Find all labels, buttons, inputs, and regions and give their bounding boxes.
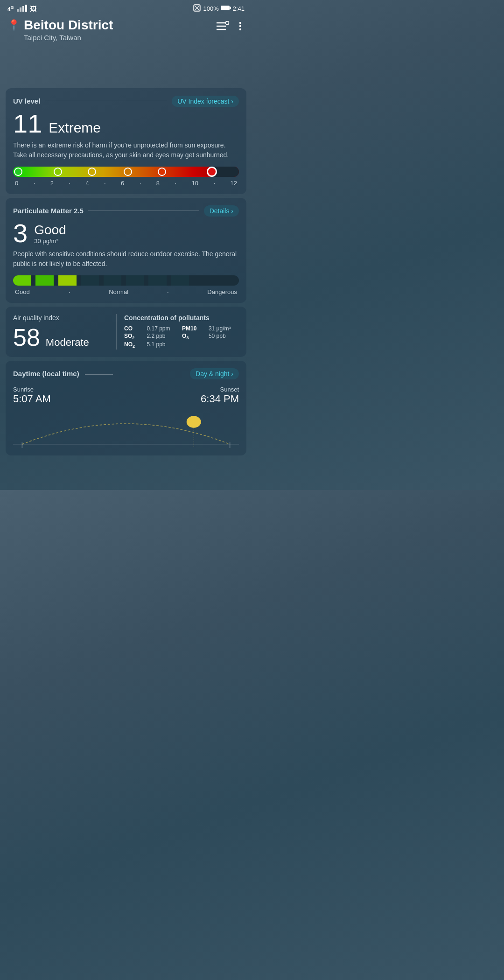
pm-seg-gap6 [144, 275, 149, 286]
pm-label-dot1: · [69, 288, 70, 295]
pm-seg-7 [148, 275, 167, 286]
concentration-grid: CO 0.17 ppm PM10 31 μg/m³ SO2 2.2 ppb O3… [124, 325, 239, 349]
network-icon: 4G [7, 5, 14, 13]
sun-arc-container [13, 411, 239, 448]
pm-seg-6 [126, 275, 144, 286]
city-name: Beitou District [24, 18, 113, 33]
no2-value: 5.1 ppb [147, 341, 179, 349]
location-list-icon[interactable] [216, 21, 229, 34]
svg-rect-3 [25, 5, 27, 12]
daytime-label: Daytime (local time) [13, 370, 117, 378]
pm-seg-end [189, 275, 216, 286]
clock: 2:41 [233, 5, 245, 12]
pm10-value: 31 μg/m³ [209, 325, 239, 332]
header: 📍 Beitou District Taipei City, Taiwan [0, 15, 252, 47]
daytime-header: Daytime (local time) Day & night [13, 368, 239, 379]
uv-section-label: UV level [13, 97, 40, 105]
svg-rect-16 [239, 28, 241, 30]
aqi-quality: Moderate [46, 336, 89, 349]
signal-bars-icon [17, 4, 27, 13]
aqi-section: Air quality index 58 Moderate Concentrat… [6, 307, 246, 357]
day-night-link[interactable]: Day & night [190, 368, 239, 379]
svg-rect-15 [239, 25, 241, 27]
co-label: CO [124, 325, 143, 332]
uv-slider-track [13, 167, 239, 177]
uv-scale-2: 2 [50, 180, 54, 187]
svg-rect-7 [221, 6, 230, 10]
pm-number: 3 [13, 220, 28, 246]
pm-seg-gap2 [54, 275, 58, 286]
uv-dot-5: · [175, 180, 176, 187]
o3-label: O3 [182, 333, 205, 340]
no2-label: NO2 [124, 341, 143, 349]
location-pin-icon: 📍 [7, 19, 20, 31]
aqi-right: Concentration of pollutants CO 0.17 ppm … [117, 314, 239, 350]
uv-marker-6 [124, 168, 132, 176]
pm-seg-8 [171, 275, 189, 286]
uv-marker-4 [88, 168, 96, 176]
status-left: 4G 🖼 [7, 4, 37, 13]
svg-rect-8 [230, 7, 231, 9]
uv-slider-thumb [207, 167, 217, 177]
aqi-left: Air quality index 58 Moderate [13, 314, 117, 350]
daytime-section: Daytime (local time) Day & night Sunrise… [6, 361, 246, 455]
uv-marker-8 [158, 168, 166, 176]
image-icon: 🖼 [30, 5, 37, 13]
pm-label-group: Good 30 μg/m³ [34, 223, 66, 246]
sunrise-label: Sunrise [13, 386, 51, 393]
uv-scale-10: 10 [192, 180, 198, 187]
uv-marker-0 [14, 168, 22, 176]
pm-section-label: Particulate Matter 2.5 [13, 207, 84, 215]
battery-percentage: 100% [203, 5, 218, 12]
uv-dot-4: · [140, 180, 141, 187]
sun-arc-svg [13, 411, 239, 448]
so2-label: SO2 [124, 333, 143, 340]
svg-rect-14 [239, 22, 241, 24]
more-options-icon[interactable] [236, 21, 245, 34]
sunset-block: Sunset 6:34 PM [201, 386, 239, 405]
status-bar: 4G 🖼 100% 2:41 [0, 0, 252, 15]
pm-bar-labels: Good · Normal · Dangerous [13, 288, 239, 295]
uv-forecast-link[interactable]: UV Index forecast [172, 96, 239, 107]
pm-details-link[interactable]: Details [204, 205, 239, 217]
region-name: Taipei City, Taiwan [24, 34, 113, 42]
sky-area [0, 47, 252, 84]
battery-icon [221, 5, 231, 12]
pm-seg-gap3 [77, 275, 81, 286]
svg-rect-1 [20, 7, 21, 12]
uv-dot-3: · [104, 180, 106, 187]
pm-section: Particulate Matter 2.5 Details 3 Good 30… [6, 198, 246, 303]
pm-label-normal: Normal [109, 288, 128, 295]
uv-scale-8: 8 [156, 180, 160, 187]
header-actions [216, 21, 245, 34]
uv-divider-line [45, 101, 167, 101]
uv-section: UV level UV Index forecast 11 Extreme Th… [6, 88, 246, 194]
pm-label-dangerous: Dangerous [207, 288, 237, 295]
uv-value-row: 11 Extreme [13, 111, 239, 137]
svg-point-12 [226, 21, 229, 25]
sunset-time: 6:34 PM [201, 393, 239, 405]
status-right: 100% 2:41 [193, 4, 245, 14]
pm-description: People with sensitive conditions should … [13, 249, 239, 269]
svg-line-13 [229, 24, 229, 26]
uv-section-header: UV level UV Index forecast [13, 96, 239, 107]
pm-bar-track [13, 275, 239, 286]
pm-seg-1 [13, 275, 31, 286]
svg-rect-0 [17, 9, 19, 12]
sun-times: Sunrise 5:07 AM Sunset 6:34 PM [13, 386, 239, 405]
uv-scale-12: 12 [230, 180, 237, 187]
pm10-label: PM10 [182, 325, 205, 332]
pm-seg-5 [104, 275, 122, 286]
uv-dot-1: · [34, 180, 35, 187]
pm-seg-gap1 [31, 275, 36, 286]
pm-label-good: Good [15, 288, 30, 295]
so2-value: 2.2 ppb [147, 333, 179, 340]
aqi-value-row: 58 Moderate [13, 325, 109, 350]
pm-divider-line [88, 210, 199, 211]
uv-dot-2: · [69, 180, 70, 187]
pm-value-row: 3 Good 30 μg/m³ [13, 220, 239, 246]
pm-seg-2 [35, 275, 54, 286]
pm-unit: 30 μg/m³ [34, 238, 66, 245]
pm-seg-3 [58, 275, 77, 286]
o3-value: 50 ppb [209, 333, 239, 340]
